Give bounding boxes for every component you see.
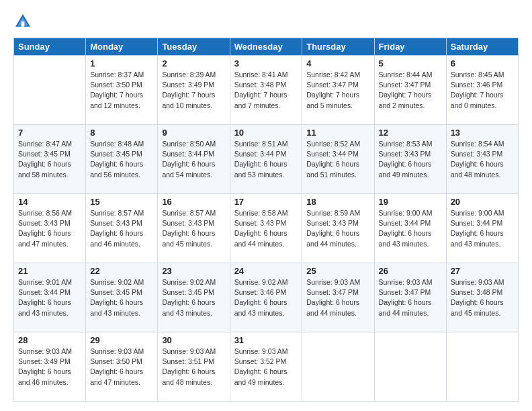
day-number: 9 xyxy=(162,128,225,138)
day-info: Sunrise: 8:59 AM Sunset: 3:43 PM Dayligh… xyxy=(306,208,369,249)
cell-3-4: 25Sunrise: 9:03 AM Sunset: 3:47 PM Dayli… xyxy=(302,263,374,332)
cell-1-1: 8Sunrise: 8:48 AM Sunset: 3:45 PM Daylig… xyxy=(86,125,158,194)
day-info: Sunrise: 9:02 AM Sunset: 3:45 PM Dayligh… xyxy=(162,277,225,318)
day-info: Sunrise: 8:37 AM Sunset: 3:50 PM Dayligh… xyxy=(90,70,153,111)
cell-0-4: 4Sunrise: 8:42 AM Sunset: 3:47 PM Daylig… xyxy=(302,56,374,125)
col-sunday: Sunday xyxy=(14,38,86,56)
cell-3-1: 22Sunrise: 9:02 AM Sunset: 3:45 PM Dayli… xyxy=(86,263,158,332)
col-wednesday: Wednesday xyxy=(230,38,302,56)
cell-0-2: 2Sunrise: 8:39 AM Sunset: 3:49 PM Daylig… xyxy=(158,56,230,125)
day-number: 12 xyxy=(379,128,442,138)
day-number: 2 xyxy=(162,58,225,68)
cell-2-4: 18Sunrise: 8:59 AM Sunset: 3:43 PM Dayli… xyxy=(302,194,374,263)
day-number: 17 xyxy=(234,197,298,207)
day-info: Sunrise: 9:02 AM Sunset: 3:46 PM Dayligh… xyxy=(234,277,298,318)
cell-2-3: 17Sunrise: 8:58 AM Sunset: 3:43 PM Dayli… xyxy=(230,194,302,263)
day-info: Sunrise: 9:00 AM Sunset: 3:44 PM Dayligh… xyxy=(379,208,442,249)
day-number: 23 xyxy=(162,266,225,276)
cell-3-3: 24Sunrise: 9:02 AM Sunset: 3:46 PM Dayli… xyxy=(230,263,302,332)
cell-4-1: 29Sunrise: 9:03 AM Sunset: 3:50 PM Dayli… xyxy=(86,332,158,402)
day-info: Sunrise: 8:48 AM Sunset: 3:45 PM Dayligh… xyxy=(90,139,153,180)
cell-0-5: 5Sunrise: 8:44 AM Sunset: 3:47 PM Daylig… xyxy=(374,56,446,125)
day-number: 24 xyxy=(234,266,298,276)
col-friday: Friday xyxy=(374,38,446,56)
cell-2-5: 19Sunrise: 9:00 AM Sunset: 3:44 PM Dayli… xyxy=(374,194,446,263)
day-number: 3 xyxy=(234,58,298,68)
day-number: 21 xyxy=(18,266,81,276)
day-number: 1 xyxy=(90,58,153,68)
cell-0-3: 3Sunrise: 8:41 AM Sunset: 3:48 PM Daylig… xyxy=(230,56,302,125)
col-saturday: Saturday xyxy=(446,38,518,56)
day-info: Sunrise: 8:54 AM Sunset: 3:43 PM Dayligh… xyxy=(451,139,514,180)
week-row-3: 21Sunrise: 9:01 AM Sunset: 3:44 PM Dayli… xyxy=(14,263,519,332)
cell-4-0: 28Sunrise: 9:03 AM Sunset: 3:49 PM Dayli… xyxy=(14,332,86,402)
day-number: 26 xyxy=(379,266,442,276)
cell-1-6: 13Sunrise: 8:54 AM Sunset: 3:43 PM Dayli… xyxy=(446,125,518,194)
cell-3-0: 21Sunrise: 9:01 AM Sunset: 3:44 PM Dayli… xyxy=(14,263,86,332)
day-number: 30 xyxy=(162,335,225,345)
cell-4-2: 30Sunrise: 9:03 AM Sunset: 3:51 PM Dayli… xyxy=(158,332,230,402)
cell-0-0 xyxy=(14,56,86,125)
day-info: Sunrise: 8:50 AM Sunset: 3:44 PM Dayligh… xyxy=(162,139,225,180)
day-info: Sunrise: 8:52 AM Sunset: 3:44 PM Dayligh… xyxy=(306,139,369,180)
cell-4-5 xyxy=(374,332,446,402)
day-number: 5 xyxy=(379,58,442,68)
col-tuesday: Tuesday xyxy=(158,38,230,56)
cell-4-6 xyxy=(446,332,518,402)
week-row-0: 1Sunrise: 8:37 AM Sunset: 3:50 PM Daylig… xyxy=(14,56,519,125)
cell-0-1: 1Sunrise: 8:37 AM Sunset: 3:50 PM Daylig… xyxy=(86,56,158,125)
day-number: 29 xyxy=(90,335,153,345)
cell-2-6: 20Sunrise: 9:00 AM Sunset: 3:44 PM Dayli… xyxy=(446,194,518,263)
day-info: Sunrise: 9:03 AM Sunset: 3:49 PM Dayligh… xyxy=(18,347,81,387)
day-info: Sunrise: 8:41 AM Sunset: 3:48 PM Dayligh… xyxy=(234,70,298,111)
cell-2-2: 16Sunrise: 8:57 AM Sunset: 3:43 PM Dayli… xyxy=(158,194,230,263)
day-number: 4 xyxy=(306,58,369,68)
cell-2-0: 14Sunrise: 8:56 AM Sunset: 3:43 PM Dayli… xyxy=(14,194,86,263)
day-info: Sunrise: 9:03 AM Sunset: 3:47 PM Dayligh… xyxy=(306,277,369,318)
day-number: 18 xyxy=(306,197,369,207)
day-info: Sunrise: 9:01 AM Sunset: 3:44 PM Dayligh… xyxy=(18,277,81,318)
day-info: Sunrise: 8:44 AM Sunset: 3:47 PM Dayligh… xyxy=(379,70,442,111)
day-number: 20 xyxy=(451,197,514,207)
day-info: Sunrise: 8:42 AM Sunset: 3:47 PM Dayligh… xyxy=(306,70,369,111)
cell-3-5: 26Sunrise: 9:03 AM Sunset: 3:47 PM Dayli… xyxy=(374,263,446,332)
day-number: 31 xyxy=(234,335,298,345)
day-info: Sunrise: 8:58 AM Sunset: 3:43 PM Dayligh… xyxy=(234,208,298,249)
day-number: 25 xyxy=(306,266,369,276)
logo xyxy=(13,12,35,31)
svg-rect-2 xyxy=(21,21,25,27)
day-number: 11 xyxy=(306,128,369,138)
day-number: 15 xyxy=(90,197,153,207)
day-info: Sunrise: 9:03 AM Sunset: 3:52 PM Dayligh… xyxy=(234,347,298,387)
cell-1-5: 12Sunrise: 8:53 AM Sunset: 3:43 PM Dayli… xyxy=(374,125,446,194)
day-number: 13 xyxy=(451,128,514,138)
day-info: Sunrise: 9:03 AM Sunset: 3:51 PM Dayligh… xyxy=(162,347,225,387)
week-row-1: 7Sunrise: 8:47 AM Sunset: 3:45 PM Daylig… xyxy=(14,125,519,194)
day-number: 6 xyxy=(451,58,514,68)
header-row: Sunday Monday Tuesday Wednesday Thursday… xyxy=(14,38,519,56)
day-info: Sunrise: 9:03 AM Sunset: 3:47 PM Dayligh… xyxy=(379,277,442,318)
day-number: 27 xyxy=(451,266,514,276)
day-number: 28 xyxy=(18,335,81,345)
day-number: 16 xyxy=(162,197,225,207)
cell-4-4 xyxy=(302,332,374,402)
page: Sunday Monday Tuesday Wednesday Thursday… xyxy=(0,0,532,411)
day-number: 19 xyxy=(379,197,442,207)
day-info: Sunrise: 9:00 AM Sunset: 3:44 PM Dayligh… xyxy=(451,208,514,249)
cell-1-0: 7Sunrise: 8:47 AM Sunset: 3:45 PM Daylig… xyxy=(14,125,86,194)
cell-0-6: 6Sunrise: 8:45 AM Sunset: 3:46 PM Daylig… xyxy=(446,56,518,125)
cell-1-3: 10Sunrise: 8:51 AM Sunset: 3:44 PM Dayli… xyxy=(230,125,302,194)
col-thursday: Thursday xyxy=(302,38,374,56)
day-info: Sunrise: 8:57 AM Sunset: 3:43 PM Dayligh… xyxy=(162,208,225,249)
day-number: 8 xyxy=(90,128,153,138)
cell-3-2: 23Sunrise: 9:02 AM Sunset: 3:45 PM Dayli… xyxy=(158,263,230,332)
calendar: Sunday Monday Tuesday Wednesday Thursday… xyxy=(13,38,519,402)
day-info: Sunrise: 8:39 AM Sunset: 3:49 PM Dayligh… xyxy=(162,70,225,111)
day-info: Sunrise: 9:03 AM Sunset: 3:50 PM Dayligh… xyxy=(90,347,153,387)
header xyxy=(13,12,519,31)
day-info: Sunrise: 8:57 AM Sunset: 3:43 PM Dayligh… xyxy=(90,208,153,249)
day-number: 7 xyxy=(18,128,81,138)
logo-icon xyxy=(13,12,32,31)
cell-1-4: 11Sunrise: 8:52 AM Sunset: 3:44 PM Dayli… xyxy=(302,125,374,194)
day-number: 14 xyxy=(18,197,81,207)
